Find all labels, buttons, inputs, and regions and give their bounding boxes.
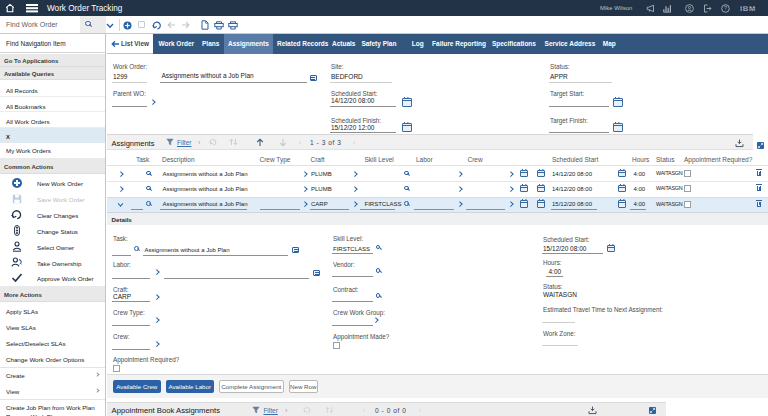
svg-text:IBM: IBM xyxy=(740,4,756,13)
svg-text:?: ? xyxy=(724,5,727,11)
